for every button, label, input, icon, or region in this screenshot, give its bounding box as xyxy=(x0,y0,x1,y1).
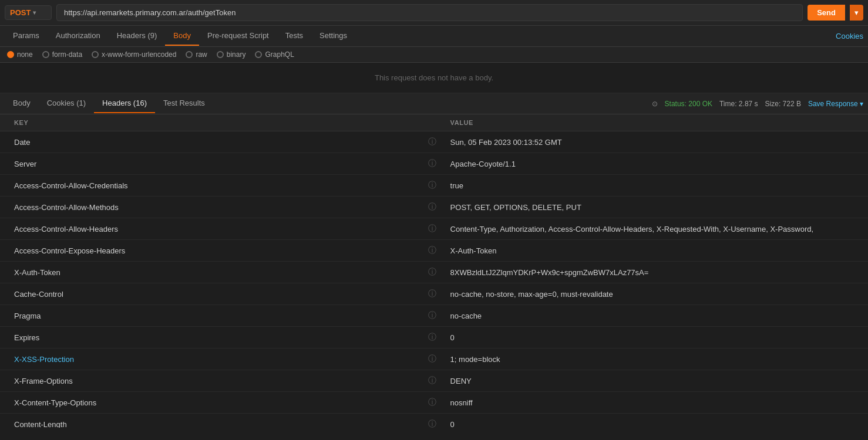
method-selector[interactable]: POST ▾ xyxy=(5,5,52,20)
body-opt-formdata[interactable]: form-data xyxy=(42,50,82,59)
response-status-area: ⊙ Status: 200 OK Time: 2.87 s Size: 722 … xyxy=(652,100,863,108)
value-cell: 0 xyxy=(443,327,868,348)
tab-prerequest[interactable]: Pre-request Script xyxy=(199,26,277,46)
network-icon: ⊙ xyxy=(652,100,658,108)
cookies-link[interactable]: Cookies xyxy=(836,32,863,40)
key-cell: Cache-Control xyxy=(0,283,419,305)
send-button[interactable]: Send xyxy=(808,5,845,21)
tab-headers[interactable]: Headers (9) xyxy=(109,26,166,46)
info-icon-cell[interactable]: ⓘ xyxy=(419,175,443,197)
info-icon-cell[interactable]: ⓘ xyxy=(419,370,443,392)
body-opt-none[interactable]: none xyxy=(7,50,33,59)
info-icon-cell[interactable]: ⓘ xyxy=(419,240,443,262)
table-row: Pragma ⓘ no-cache xyxy=(0,305,868,327)
info-icon[interactable]: ⓘ xyxy=(428,375,436,385)
table-row: Server ⓘ Apache-Coyote/1.1 xyxy=(0,153,868,175)
key-column-header: KEY xyxy=(0,114,419,131)
table-row: X-Frame-Options ⓘ DENY xyxy=(0,370,868,392)
body-opt-graphql[interactable]: GraphQL xyxy=(255,50,294,59)
method-label: POST xyxy=(10,8,31,17)
tab-tests[interactable]: Tests xyxy=(277,26,311,46)
headers-table-container: KEY VALUE Date ⓘ Sun, 05 Feb 2023 00:13:… xyxy=(0,114,868,428)
info-icon[interactable]: ⓘ xyxy=(428,267,436,276)
table-row: Access-Control-Expose-Headers ⓘ X-Auth-T… xyxy=(0,240,868,262)
body-opt-urlencoded[interactable]: x-www-form-urlencoded xyxy=(92,50,176,59)
value-cell: 8XWBzldLtJ2ZlqmYDKrP+Wx9c+spgmZwBW7xLAz7… xyxy=(443,262,868,283)
table-row: Access-Control-Allow-Headers ⓘ Content-T… xyxy=(0,218,868,240)
info-icon-cell[interactable]: ⓘ xyxy=(419,283,443,305)
response-size: Size: 722 B xyxy=(765,100,801,108)
table-row: Date ⓘ Sun, 05 Feb 2023 00:13:52 GMT xyxy=(0,131,868,153)
tab-authorization[interactable]: Authorization xyxy=(48,26,109,46)
info-icon[interactable]: ⓘ xyxy=(428,289,436,298)
info-icon[interactable]: ⓘ xyxy=(428,202,436,211)
info-icon[interactable]: ⓘ xyxy=(428,397,436,407)
info-icon[interactable]: ⓘ xyxy=(428,158,436,168)
table-row: Cache-Control ⓘ no-cache, no-store, max-… xyxy=(0,283,868,305)
url-input[interactable] xyxy=(56,4,803,21)
tab-settings[interactable]: Settings xyxy=(311,26,355,46)
save-response-button[interactable]: Save Response ▾ xyxy=(808,100,863,108)
table-row: X-Content-Type-Options ⓘ nosniff xyxy=(0,392,868,414)
value-cell: true xyxy=(443,175,868,197)
value-cell: X-Auth-Token xyxy=(443,240,868,262)
no-body-message: This request does not have a body. xyxy=(0,63,868,93)
key-cell: Server xyxy=(0,153,419,175)
radio-binary xyxy=(217,51,224,58)
response-tabs: Body Cookies (1) Headers (16) Test Resul… xyxy=(0,93,868,114)
info-icon[interactable]: ⓘ xyxy=(428,332,436,341)
resp-tab-cookies[interactable]: Cookies (1) xyxy=(39,94,94,113)
key-cell: Expires xyxy=(0,327,419,348)
info-icon-cell[interactable]: ⓘ xyxy=(419,392,443,414)
info-icon-cell[interactable]: ⓘ xyxy=(419,327,443,348)
radio-urlencoded xyxy=(92,51,99,58)
table-row: Expires ⓘ 0 xyxy=(0,327,868,348)
headers-table: KEY VALUE Date ⓘ Sun, 05 Feb 2023 00:13:… xyxy=(0,114,868,428)
info-icon-cell[interactable]: ⓘ xyxy=(419,348,443,370)
info-icon[interactable]: ⓘ xyxy=(428,180,436,189)
value-cell: no-cache xyxy=(443,305,868,327)
radio-graphql xyxy=(255,51,262,58)
body-options-bar: none form-data x-www-form-urlencoded raw… xyxy=(0,47,868,63)
key-cell: Date xyxy=(0,131,419,153)
method-chevron: ▾ xyxy=(33,9,36,16)
info-icon[interactable]: ⓘ xyxy=(428,224,436,233)
info-icon[interactable]: ⓘ xyxy=(428,419,436,428)
info-icon-cell[interactable]: ⓘ xyxy=(419,414,443,428)
body-opt-raw[interactable]: raw xyxy=(186,50,207,59)
table-row: X-XSS-Protection ⓘ 1; mode=block xyxy=(0,348,868,370)
body-opt-binary[interactable]: binary xyxy=(217,50,246,59)
send-chevron-button[interactable]: ▾ xyxy=(850,5,863,21)
info-icon-cell[interactable]: ⓘ xyxy=(419,197,443,218)
value-cell: Sun, 05 Feb 2023 00:13:52 GMT xyxy=(443,131,868,153)
value-column-header: VALUE xyxy=(443,114,868,131)
resp-tab-body[interactable]: Body xyxy=(5,94,39,113)
info-icon-cell[interactable]: ⓘ xyxy=(419,153,443,175)
info-icon[interactable]: ⓘ xyxy=(428,245,436,255)
resp-tab-headers[interactable]: Headers (16) xyxy=(94,94,155,113)
table-row: X-Auth-Token ⓘ 8XWBzldLtJ2ZlqmYDKrP+Wx9c… xyxy=(0,262,868,283)
info-icon[interactable]: ⓘ xyxy=(428,137,436,146)
key-cell: Access-Control-Allow-Credentials xyxy=(0,175,419,197)
status-code: Status: 200 OK xyxy=(665,100,712,108)
tab-body[interactable]: Body xyxy=(165,26,199,46)
resp-tab-test-results[interactable]: Test Results xyxy=(155,94,213,113)
key-cell: Pragma xyxy=(0,305,419,327)
value-cell: no-cache, no-store, max-age=0, must-reva… xyxy=(443,283,868,305)
info-icon-cell[interactable]: ⓘ xyxy=(419,262,443,283)
info-icon[interactable]: ⓘ xyxy=(428,354,436,363)
info-icon-cell[interactable]: ⓘ xyxy=(419,218,443,240)
value-cell: Content-Type, Authorization, Access-Cont… xyxy=(443,218,868,240)
value-cell: Apache-Coyote/1.1 xyxy=(443,153,868,175)
info-icon-cell[interactable]: ⓘ xyxy=(419,131,443,153)
table-row: Content-Length ⓘ 0 xyxy=(0,414,868,428)
key-cell: X-Auth-Token xyxy=(0,262,419,283)
info-column-header xyxy=(419,114,443,131)
top-bar: POST ▾ Send ▾ xyxy=(0,0,868,26)
info-icon-cell[interactable]: ⓘ xyxy=(419,305,443,327)
key-cell: Access-Control-Allow-Methods xyxy=(0,197,419,218)
radio-none xyxy=(7,51,14,58)
key-cell: Content-Length xyxy=(0,414,419,428)
tab-params[interactable]: Params xyxy=(5,26,48,46)
info-icon[interactable]: ⓘ xyxy=(428,310,436,320)
